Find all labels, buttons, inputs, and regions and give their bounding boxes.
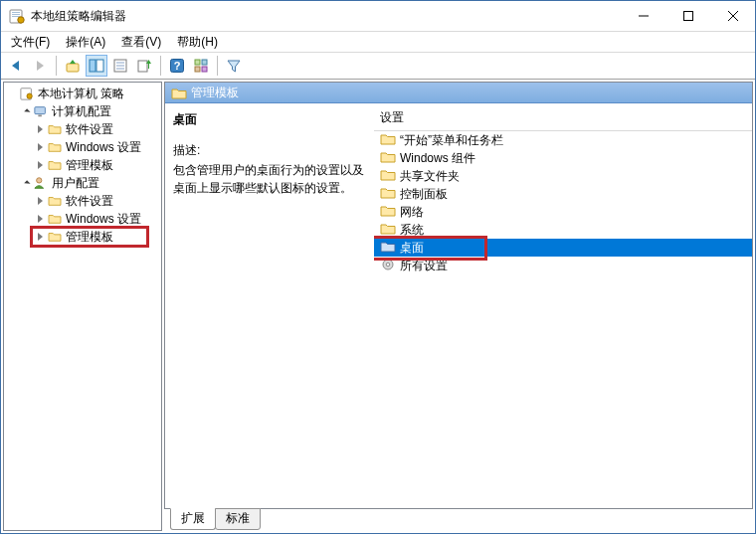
list-view[interactable]: “开始”菜单和任务栏Windows 组件共享文件夹控制面板网络系统桌面所有设置 [374,131,752,508]
details-desc-text: 包含管理用户的桌面行为的设置以及桌面上显示哪些默认图标的设置。 [173,161,366,197]
svg-point-30 [386,263,390,267]
svg-rect-10 [90,60,95,72]
svg-rect-26 [35,107,46,114]
list-item-label: 共享文件夹 [400,168,460,185]
tree-user-windows[interactable]: Windows 设置 [34,210,161,228]
svg-rect-21 [202,60,207,65]
details-panel: 桌面 描述: 包含管理用户的桌面行为的设置以及桌面上显示哪些默认图标的设置。 [165,103,374,508]
titlebar: 本地组策略编辑器 [1,1,755,32]
chevron-right-icon[interactable] [34,195,46,207]
svg-rect-20 [195,60,200,65]
chevron-right-icon[interactable] [34,231,46,243]
details-heading: 桌面 [173,111,366,128]
svg-text:?: ? [174,60,181,72]
show-hide-tree-button[interactable] [86,55,107,77]
list-item-label: 网络 [400,204,424,221]
folder-icon [48,231,62,243]
folder-icon [48,213,62,225]
svg-rect-3 [12,16,20,17]
close-button[interactable] [710,1,755,30]
svg-rect-11 [96,60,103,72]
folder-icon [380,204,396,221]
list-item-label: Windows 组件 [400,150,475,167]
tree-user-templates[interactable]: 管理模板 [34,228,161,246]
chevron-down-icon[interactable] [20,177,32,189]
maximize-button[interactable] [665,1,710,30]
policy-icon [20,87,34,100]
list-item-label: 控制面板 [400,186,448,203]
folder-icon [380,168,396,185]
tree-root[interactable]: 本地计算机 策略 [6,85,161,102]
folder-icon [48,141,62,153]
menu-view[interactable]: 查看(V) [117,33,165,52]
tree-computer-templates[interactable]: 管理模板 [34,156,161,174]
forward-button[interactable] [29,55,51,77]
list-item-label: 系统 [400,222,424,239]
list-header[interactable]: 设置 [374,103,752,131]
list-item-label: 桌面 [400,240,424,257]
folder-icon [171,87,185,98]
gear-icon [380,257,396,275]
folder-icon [48,195,62,207]
chevron-right-icon[interactable] [34,141,46,153]
tree-pane[interactable]: 本地计算机 策略 [3,82,162,531]
list-item-label: “开始”菜单和任务栏 [400,132,503,149]
path-bar: 管理模板 [165,83,752,103]
options-button[interactable] [190,55,212,77]
back-button[interactable] [5,55,27,77]
tree-computer-label: 计算机配置 [50,103,113,120]
list-item[interactable]: 所有设置 [374,257,752,274]
tree-computer-software[interactable]: 软件设置 [34,120,161,138]
tab-extended[interactable]: 扩展 [170,508,216,530]
list-item[interactable]: 共享文件夹 [374,167,752,185]
details-desc-label: 描述: [173,142,366,159]
menubar: 文件(F) 操作(A) 查看(V) 帮助(H) [1,32,755,53]
app-icon [9,8,25,24]
svg-rect-23 [202,67,207,72]
menu-help[interactable]: 帮助(H) [173,33,222,52]
tree-user-software[interactable]: 软件设置 [34,192,161,210]
properties-button[interactable] [109,55,131,77]
window-title: 本地组策略编辑器 [31,8,621,25]
list-item[interactable]: 控制面板 [374,185,752,203]
folder-icon [380,186,396,203]
svg-point-28 [37,178,42,183]
path-label: 管理模板 [191,85,239,101]
minimize-button[interactable] [621,1,665,30]
up-button[interactable] [62,55,84,77]
tree-user-config[interactable]: 用户配置 [20,174,161,192]
tree-root-label: 本地计算机 策略 [36,86,126,102]
list-item[interactable]: Windows 组件 [374,149,752,167]
chevron-right-icon[interactable] [34,123,46,135]
tab-standard[interactable]: 标准 [215,508,261,530]
list-item[interactable]: “开始”菜单和任务栏 [374,131,752,149]
svg-rect-22 [195,67,200,72]
user-icon [34,176,48,190]
list-item[interactable]: 网络 [374,203,752,221]
svg-rect-1 [12,12,20,13]
menu-file[interactable]: 文件(F) [7,33,54,52]
folder-icon [380,132,396,149]
list-item[interactable]: 桌面 [374,239,752,257]
tree-computer-windows[interactable]: Windows 设置 [34,138,161,156]
folder-icon [380,240,396,257]
svg-rect-6 [683,11,692,20]
svg-point-4 [18,17,24,23]
help-button[interactable]: ? [166,55,188,77]
menu-action[interactable]: 操作(A) [62,33,109,52]
toolbar: ? [1,53,755,80]
folder-icon [380,222,396,239]
tree-computer-config[interactable]: 计算机配置 [20,102,161,120]
svg-rect-9 [67,64,79,72]
chevron-right-icon[interactable] [34,159,46,171]
chevron-down-icon[interactable] [20,105,32,117]
list-item[interactable]: 系统 [374,221,752,239]
filter-button[interactable] [223,55,245,77]
chevron-right-icon[interactable] [34,213,46,225]
svg-rect-16 [138,61,147,72]
folder-icon [380,150,396,167]
tree-user-label: 用户配置 [50,175,101,192]
export-button[interactable] [133,55,155,77]
svg-rect-2 [12,14,20,15]
computer-icon [34,104,48,118]
